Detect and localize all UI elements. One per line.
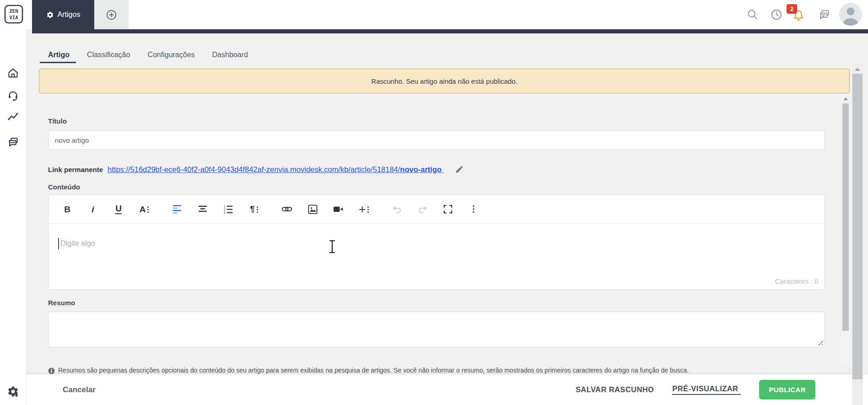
video-icon	[333, 204, 344, 215]
new-tab-button[interactable]	[94, 0, 129, 29]
ordered-list-button[interactable]: 1 2 3	[221, 201, 236, 217]
redo-button[interactable]	[415, 201, 430, 217]
publish-button[interactable]: PUBLICAR	[759, 380, 815, 400]
tab-classificacao[interactable]: Classificação	[87, 51, 130, 63]
paragraph-format-button[interactable]: ¶	[246, 201, 262, 217]
underline-glyph: U	[115, 204, 122, 214]
more-text-glyph: A	[140, 205, 146, 214]
svg-text:3: 3	[224, 211, 226, 214]
app-tab-label: Artigos	[58, 11, 81, 19]
permalink-link[interactable]: https://516d29bf-ece6-40f2-a0f4-9043d4f8…	[108, 165, 444, 174]
image-icon	[307, 204, 318, 215]
bold-glyph: B	[64, 205, 70, 214]
tab-dashboard[interactable]: Dashboard	[212, 51, 248, 63]
bold-button[interactable]: B	[59, 201, 75, 217]
search-icon	[747, 9, 759, 21]
save-draft-button[interactable]: SALVAR RASCUNHO	[576, 385, 654, 394]
summary-helper-text: Resumos são pequenas descrições opcionai…	[58, 367, 689, 374]
plus-circle-icon	[106, 9, 117, 21]
editor-content-area[interactable]: Digite algo Caracteres : 0	[49, 224, 825, 290]
redo-icon	[417, 204, 428, 215]
scroll-up-icon[interactable]	[855, 68, 860, 71]
scroll-up-icon[interactable]	[843, 97, 848, 100]
character-count: Caracteres : 0	[775, 277, 818, 285]
link-icon	[281, 204, 292, 215]
tab-configuracoes[interactable]: Configurações	[147, 51, 194, 63]
permalink-label: Link permanente	[48, 166, 103, 173]
title-input[interactable]	[48, 130, 825, 150]
plus-glyph: +	[359, 203, 366, 215]
permalink-url: https://516d29bf-ece6-40f2-a0f4-9043d4f8…	[108, 165, 400, 173]
avatar[interactable]	[839, 3, 862, 26]
ordered-list-icon: 1 2 3	[223, 204, 233, 214]
page-tabs: Artigo Classificação Configurações Dashb…	[48, 51, 248, 63]
fullscreen-button[interactable]	[440, 201, 456, 217]
metrics-icon[interactable]	[7, 111, 19, 123]
text-caret	[58, 238, 59, 249]
paragraph-glyph: ¶	[250, 205, 254, 213]
permalink-row: Link permanente https://516d29bf-ece6-40…	[48, 165, 464, 174]
chat-button[interactable]	[816, 6, 832, 23]
home-icon[interactable]	[7, 67, 19, 79]
settings-gear-icon[interactable]	[7, 385, 19, 398]
cancel-button[interactable]: Cancelar	[63, 374, 96, 405]
action-footer: Cancelar SALVAR RASCUNHO PRÉ-VISUALIZAR …	[26, 374, 868, 405]
preview-button[interactable]: PRÉ-VISUALIZAR	[672, 384, 741, 395]
permalink-slug: novo-artigo	[400, 165, 442, 173]
insert-more-button[interactable]: +	[356, 201, 372, 217]
more-dots-icon	[367, 206, 369, 208]
headset-icon[interactable]	[7, 89, 19, 102]
zenvia-logo-icon[interactable]: ZEN VIA	[4, 5, 23, 24]
svg-text:1: 1	[224, 205, 226, 208]
fullscreen-icon	[443, 204, 453, 214]
draft-warning-banner: Rascunho. Seu artigo ainda não está publ…	[39, 69, 850, 93]
clock-icon	[770, 8, 783, 21]
italic-glyph: i	[92, 205, 94, 214]
more-dots-icon	[147, 206, 149, 208]
outer-scrollbar-thumb[interactable]	[852, 74, 863, 379]
more-text-button[interactable]: A	[136, 201, 152, 217]
draft-warning-text: Rascunho. Seu artigo ainda não está publ…	[371, 77, 517, 85]
underline-button[interactable]: U	[111, 201, 126, 217]
summary-label: Resumo	[48, 299, 75, 307]
chat-bubbles-icon	[818, 8, 830, 21]
notification-badge: 2	[787, 4, 797, 14]
topbar-accent-strip	[32, 29, 868, 33]
topbar: ZEN VIA Artigos	[0, 0, 868, 29]
align-center-icon	[198, 204, 208, 214]
logo-text-top: ZEN	[10, 8, 18, 14]
edit-permalink-button[interactable]	[455, 165, 464, 174]
kebab-menu-icon	[469, 204, 479, 214]
align-center-button[interactable]	[195, 201, 210, 217]
logo-text-bottom: VIA	[10, 15, 19, 20]
undo-button[interactable]	[389, 201, 404, 217]
insert-link-button[interactable]	[279, 201, 295, 217]
svg-text:2: 2	[224, 208, 226, 211]
sidebar: ?	[0, 29, 27, 405]
italic-button[interactable]: i	[85, 201, 101, 217]
rich-text-editor: B i U A	[48, 194, 825, 290]
more-dots-icon	[257, 206, 258, 208]
tab-artigo[interactable]: Artigo	[48, 51, 70, 63]
conversations-icon[interactable]	[7, 136, 19, 148]
history-button[interactable]	[768, 6, 785, 23]
insert-image-button[interactable]	[305, 201, 320, 217]
summary-helper: Resumos são pequenas descrições opcionai…	[48, 367, 826, 374]
insert-video-button[interactable]	[330, 201, 346, 217]
more-options-button[interactable]	[466, 201, 481, 217]
align-left-button[interactable]	[169, 201, 185, 217]
inner-scrollbar-thumb[interactable]	[842, 103, 849, 331]
align-left-icon	[173, 204, 182, 214]
gear-icon	[46, 11, 54, 19]
info-icon	[48, 367, 55, 374]
inner-scrollbar[interactable]	[841, 95, 850, 362]
search-button[interactable]	[744, 6, 761, 23]
editor-placeholder: Digite algo	[60, 239, 95, 248]
app-tab-artigos[interactable]: Artigos	[32, 0, 94, 29]
summary-textarea[interactable]	[48, 312, 825, 347]
editor-toolbar: B i U A	[49, 195, 825, 224]
outer-scrollbar[interactable]	[852, 64, 863, 405]
article-editor-page: Artigo Classificação Configurações Dashb…	[26, 33, 868, 374]
undo-icon	[392, 204, 402, 215]
content-label: Conteúdo	[48, 183, 80, 191]
